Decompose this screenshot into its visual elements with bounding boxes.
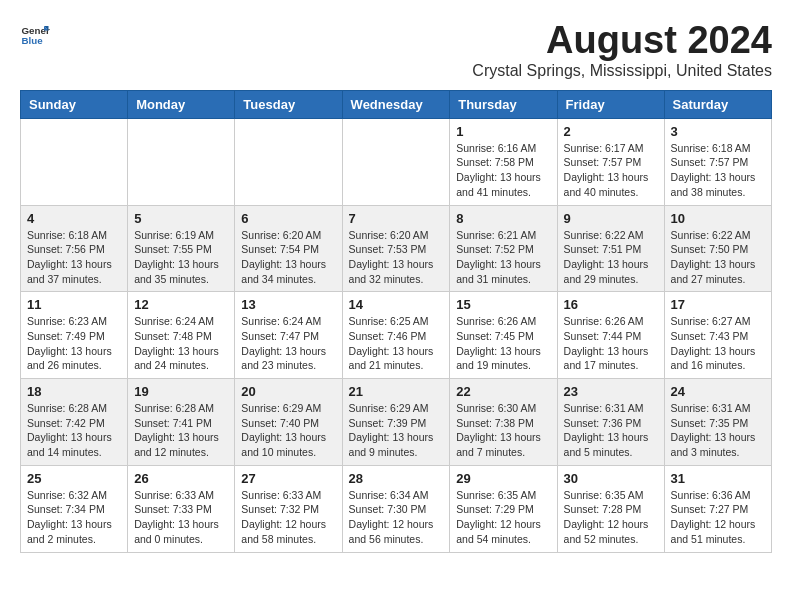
calendar-cell: 26Sunrise: 6:33 AMSunset: 7:33 PMDayligh… (128, 465, 235, 552)
cell-info: Sunrise: 6:26 AMSunset: 7:45 PMDaylight:… (456, 314, 550, 373)
cell-date: 31 (671, 471, 765, 486)
cell-info: Sunrise: 6:35 AMSunset: 7:29 PMDaylight:… (456, 488, 550, 547)
cell-date: 14 (349, 297, 444, 312)
cell-date: 21 (349, 384, 444, 399)
cell-date: 30 (564, 471, 658, 486)
cell-date: 11 (27, 297, 121, 312)
cell-info: Sunrise: 6:31 AMSunset: 7:35 PMDaylight:… (671, 401, 765, 460)
cell-info: Sunrise: 6:22 AMSunset: 7:50 PMDaylight:… (671, 228, 765, 287)
day-header-tuesday: Tuesday (235, 90, 342, 118)
calendar-cell: 22Sunrise: 6:30 AMSunset: 7:38 PMDayligh… (450, 379, 557, 466)
calendar-cell: 18Sunrise: 6:28 AMSunset: 7:42 PMDayligh… (21, 379, 128, 466)
cell-date: 27 (241, 471, 335, 486)
cell-date: 26 (134, 471, 228, 486)
calendar-cell: 4Sunrise: 6:18 AMSunset: 7:56 PMDaylight… (21, 205, 128, 292)
day-header-wednesday: Wednesday (342, 90, 450, 118)
cell-date: 29 (456, 471, 550, 486)
week-row-5: 25Sunrise: 6:32 AMSunset: 7:34 PMDayligh… (21, 465, 772, 552)
calendar-cell: 23Sunrise: 6:31 AMSunset: 7:36 PMDayligh… (557, 379, 664, 466)
calendar-cell: 25Sunrise: 6:32 AMSunset: 7:34 PMDayligh… (21, 465, 128, 552)
cell-info: Sunrise: 6:20 AMSunset: 7:54 PMDaylight:… (241, 228, 335, 287)
cell-info: Sunrise: 6:29 AMSunset: 7:40 PMDaylight:… (241, 401, 335, 460)
cell-date: 25 (27, 471, 121, 486)
cell-date: 19 (134, 384, 228, 399)
cell-date: 20 (241, 384, 335, 399)
cell-info: Sunrise: 6:29 AMSunset: 7:39 PMDaylight:… (349, 401, 444, 460)
cell-info: Sunrise: 6:30 AMSunset: 7:38 PMDaylight:… (456, 401, 550, 460)
calendar-cell: 31Sunrise: 6:36 AMSunset: 7:27 PMDayligh… (664, 465, 771, 552)
cell-info: Sunrise: 6:20 AMSunset: 7:53 PMDaylight:… (349, 228, 444, 287)
calendar-cell: 5Sunrise: 6:19 AMSunset: 7:55 PMDaylight… (128, 205, 235, 292)
calendar-cell (342, 118, 450, 205)
calendar-cell (128, 118, 235, 205)
svg-text:Blue: Blue (22, 35, 44, 46)
cell-date: 2 (564, 124, 658, 139)
cell-date: 9 (564, 211, 658, 226)
calendar-cell: 16Sunrise: 6:26 AMSunset: 7:44 PMDayligh… (557, 292, 664, 379)
calendar-cell: 30Sunrise: 6:35 AMSunset: 7:28 PMDayligh… (557, 465, 664, 552)
calendar-cell: 3Sunrise: 6:18 AMSunset: 7:57 PMDaylight… (664, 118, 771, 205)
cell-info: Sunrise: 6:21 AMSunset: 7:52 PMDaylight:… (456, 228, 550, 287)
calendar-cell: 13Sunrise: 6:24 AMSunset: 7:47 PMDayligh… (235, 292, 342, 379)
calendar-cell: 21Sunrise: 6:29 AMSunset: 7:39 PMDayligh… (342, 379, 450, 466)
logo: General Blue (20, 20, 50, 50)
cell-date: 7 (349, 211, 444, 226)
cell-info: Sunrise: 6:18 AMSunset: 7:57 PMDaylight:… (671, 141, 765, 200)
cell-date: 13 (241, 297, 335, 312)
logo-icon: General Blue (20, 20, 50, 50)
cell-date: 6 (241, 211, 335, 226)
cell-date: 22 (456, 384, 550, 399)
week-row-2: 4Sunrise: 6:18 AMSunset: 7:56 PMDaylight… (21, 205, 772, 292)
header-row: SundayMondayTuesdayWednesdayThursdayFrid… (21, 90, 772, 118)
calendar-cell: 17Sunrise: 6:27 AMSunset: 7:43 PMDayligh… (664, 292, 771, 379)
calendar-cell: 27Sunrise: 6:33 AMSunset: 7:32 PMDayligh… (235, 465, 342, 552)
cell-date: 4 (27, 211, 121, 226)
cell-info: Sunrise: 6:17 AMSunset: 7:57 PMDaylight:… (564, 141, 658, 200)
month-title: August 2024 (472, 20, 772, 62)
cell-info: Sunrise: 6:32 AMSunset: 7:34 PMDaylight:… (27, 488, 121, 547)
calendar-cell: 8Sunrise: 6:21 AMSunset: 7:52 PMDaylight… (450, 205, 557, 292)
calendar-cell: 9Sunrise: 6:22 AMSunset: 7:51 PMDaylight… (557, 205, 664, 292)
calendar-cell: 2Sunrise: 6:17 AMSunset: 7:57 PMDaylight… (557, 118, 664, 205)
cell-info: Sunrise: 6:19 AMSunset: 7:55 PMDaylight:… (134, 228, 228, 287)
week-row-1: 1Sunrise: 6:16 AMSunset: 7:58 PMDaylight… (21, 118, 772, 205)
calendar-cell (235, 118, 342, 205)
cell-info: Sunrise: 6:35 AMSunset: 7:28 PMDaylight:… (564, 488, 658, 547)
day-header-sunday: Sunday (21, 90, 128, 118)
header: General Blue August 2024 Crystal Springs… (20, 20, 772, 80)
cell-date: 16 (564, 297, 658, 312)
day-header-thursday: Thursday (450, 90, 557, 118)
calendar-cell: 24Sunrise: 6:31 AMSunset: 7:35 PMDayligh… (664, 379, 771, 466)
day-header-monday: Monday (128, 90, 235, 118)
cell-info: Sunrise: 6:31 AMSunset: 7:36 PMDaylight:… (564, 401, 658, 460)
cell-info: Sunrise: 6:27 AMSunset: 7:43 PMDaylight:… (671, 314, 765, 373)
calendar-cell: 19Sunrise: 6:28 AMSunset: 7:41 PMDayligh… (128, 379, 235, 466)
calendar-cell: 1Sunrise: 6:16 AMSunset: 7:58 PMDaylight… (450, 118, 557, 205)
calendar-cell: 20Sunrise: 6:29 AMSunset: 7:40 PMDayligh… (235, 379, 342, 466)
calendar-cell: 14Sunrise: 6:25 AMSunset: 7:46 PMDayligh… (342, 292, 450, 379)
calendar-cell: 28Sunrise: 6:34 AMSunset: 7:30 PMDayligh… (342, 465, 450, 552)
cell-info: Sunrise: 6:24 AMSunset: 7:48 PMDaylight:… (134, 314, 228, 373)
calendar-table: SundayMondayTuesdayWednesdayThursdayFrid… (20, 90, 772, 553)
cell-info: Sunrise: 6:26 AMSunset: 7:44 PMDaylight:… (564, 314, 658, 373)
cell-info: Sunrise: 6:33 AMSunset: 7:33 PMDaylight:… (134, 488, 228, 547)
cell-info: Sunrise: 6:28 AMSunset: 7:42 PMDaylight:… (27, 401, 121, 460)
cell-date: 12 (134, 297, 228, 312)
location-title: Crystal Springs, Mississippi, United Sta… (472, 62, 772, 80)
week-row-4: 18Sunrise: 6:28 AMSunset: 7:42 PMDayligh… (21, 379, 772, 466)
calendar-cell: 15Sunrise: 6:26 AMSunset: 7:45 PMDayligh… (450, 292, 557, 379)
calendar-cell: 11Sunrise: 6:23 AMSunset: 7:49 PMDayligh… (21, 292, 128, 379)
cell-date: 23 (564, 384, 658, 399)
cell-info: Sunrise: 6:22 AMSunset: 7:51 PMDaylight:… (564, 228, 658, 287)
cell-date: 1 (456, 124, 550, 139)
calendar-cell: 12Sunrise: 6:24 AMSunset: 7:48 PMDayligh… (128, 292, 235, 379)
calendar-cell: 7Sunrise: 6:20 AMSunset: 7:53 PMDaylight… (342, 205, 450, 292)
cell-date: 24 (671, 384, 765, 399)
cell-date: 10 (671, 211, 765, 226)
cell-date: 3 (671, 124, 765, 139)
title-section: August 2024 Crystal Springs, Mississippi… (472, 20, 772, 80)
cell-info: Sunrise: 6:28 AMSunset: 7:41 PMDaylight:… (134, 401, 228, 460)
day-header-friday: Friday (557, 90, 664, 118)
day-header-saturday: Saturday (664, 90, 771, 118)
cell-date: 28 (349, 471, 444, 486)
